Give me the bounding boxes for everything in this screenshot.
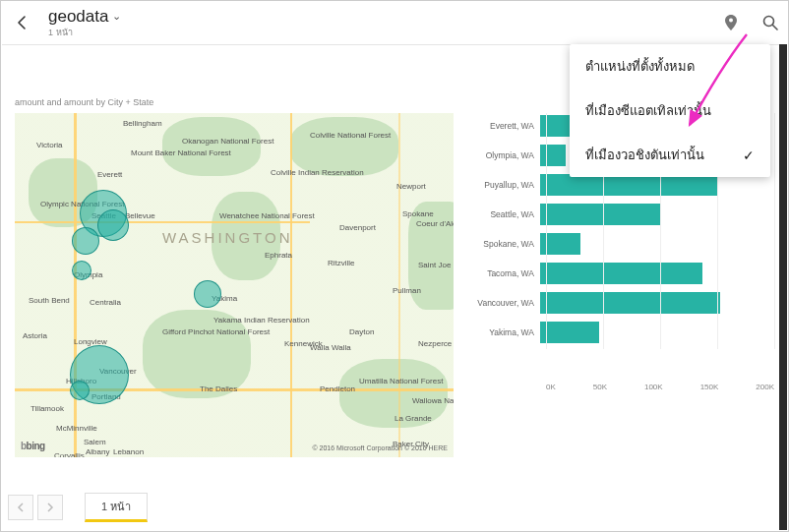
svg-line-2 xyxy=(773,26,778,30)
map-place-label: Davenport xyxy=(339,223,376,232)
map-place-label: Wallowa National Forest xyxy=(412,396,454,405)
map-place-label: Ritzville xyxy=(328,259,355,267)
prev-page-button[interactable] xyxy=(8,495,33,520)
location-filter-menu: ตำแหน่งที่ตั้งทั้งหมดที่เมืองซีแอตเทิลเท… xyxy=(570,44,770,177)
map-place-label: Okanogan National Forest xyxy=(182,137,273,146)
chart-gridline xyxy=(546,113,547,349)
map-copyright: © 2016 Microsoft Corporation © 2016 HERE xyxy=(312,444,448,451)
chart-x-axis: 0K50K100K150K200K xyxy=(546,383,774,391)
map-place-label: Yakama Indian Reservation xyxy=(213,316,310,325)
bar-label: Olympia, WA xyxy=(473,150,540,160)
bar-label: Vancouver, WA xyxy=(473,298,540,308)
map-visual-title: amount and amount by City + State xyxy=(15,97,153,107)
svg-point-0 xyxy=(729,19,733,23)
map-place-label: Dayton xyxy=(349,327,374,336)
map-place-label: Bellevue xyxy=(125,211,155,220)
map-place-label: Umatilla National Forest xyxy=(359,377,443,385)
map-place-label: La Grande xyxy=(394,414,432,423)
bar-row: Yakima, WA xyxy=(473,320,774,345)
map-place-label: Corvallis xyxy=(54,451,85,457)
location-menu-item[interactable]: ที่เมืองซีแอตเทิลเท่านั้น xyxy=(570,89,770,133)
bar-fill[interactable] xyxy=(540,174,717,196)
bar-row: Spokane, WA xyxy=(473,231,774,257)
bar-row: Vancouver, WA xyxy=(473,290,774,316)
map-place-label: The Dalles xyxy=(200,384,237,393)
map-bubble[interactable] xyxy=(70,381,90,400)
title-block: geodata ⌄ 1 หน้า xyxy=(48,7,121,39)
app-header: geodata ⌄ 1 หน้า xyxy=(1,1,788,44)
map-place-label: Astoria xyxy=(23,331,47,340)
report-title-text: geodata xyxy=(48,7,108,27)
bar-label: Seattle, WA xyxy=(473,209,540,219)
header-actions xyxy=(721,1,780,44)
bar-fill[interactable] xyxy=(540,204,660,225)
map-bubble[interactable] xyxy=(72,227,99,255)
map-brand: bbing xyxy=(21,441,45,451)
map-place-label: Albany xyxy=(86,447,109,456)
map-visual[interactable]: WASHINGTON BellinghamOkanogan National F… xyxy=(15,113,454,457)
bar-fill[interactable] xyxy=(540,263,702,284)
map-place-label: Centralia xyxy=(90,298,121,307)
bar-row: Seattle, WA xyxy=(473,202,774,227)
page-tab-label: 1 หน้า xyxy=(101,498,131,515)
map-place-label: Saint Joe National Forest xyxy=(418,261,454,269)
map-place-label: Pendleton xyxy=(320,384,355,393)
map-place-label: Pullman xyxy=(393,286,421,295)
map-place-label: Newport xyxy=(396,182,426,191)
bar-label: Yakima, WA xyxy=(473,327,540,337)
location-menu-item[interactable]: ตำแหน่งที่ตั้งทั้งหมด xyxy=(570,44,770,89)
menu-item-label: ที่เมืองซีแอตเทิลเท่านั้น xyxy=(585,100,711,121)
map-place-label: Colville National Forest xyxy=(310,131,391,140)
map-place-label: Nezperce National Forest xyxy=(418,339,454,348)
map-place-label: Ephrata xyxy=(265,251,292,260)
map-place-label: Wenatchee National Forest xyxy=(219,211,315,220)
map-place-label: Bellingham xyxy=(123,119,162,128)
search-icon[interactable] xyxy=(760,13,780,32)
bar-fill[interactable] xyxy=(540,322,599,343)
bar-fill[interactable] xyxy=(540,292,720,314)
chevron-down-icon: ⌄ xyxy=(112,10,121,23)
chart-gridline xyxy=(774,113,775,349)
map-canvas: WASHINGTON BellinghamOkanogan National F… xyxy=(15,113,454,457)
next-page-button[interactable] xyxy=(37,495,63,520)
bar-label: Tacoma, WA xyxy=(473,268,540,278)
bar-fill[interactable] xyxy=(540,115,572,137)
axis-tick: 0K xyxy=(546,383,556,391)
location-filter-icon[interactable] xyxy=(721,13,741,32)
state-label: WASHINGTON xyxy=(162,229,293,246)
bar-row: Tacoma, WA xyxy=(473,261,774,286)
location-menu-item[interactable]: ที่เมืองวอชิงตันเท่านั้น✓ xyxy=(570,133,770,177)
bar-label: Puyallup, WA xyxy=(473,180,540,190)
map-place-label: McMinnville xyxy=(56,424,97,433)
map-bubble[interactable] xyxy=(194,280,221,308)
menu-item-label: ที่เมืองวอชิงตันเท่านั้น xyxy=(585,145,704,165)
bar-label: Everett, WA xyxy=(473,121,540,131)
report-subtitle: 1 หน้า xyxy=(48,26,121,39)
map-place-label: South Bend xyxy=(29,296,70,305)
bar-label: Spokane, WA xyxy=(473,239,540,249)
map-bubble[interactable] xyxy=(72,261,91,280)
back-button[interactable] xyxy=(11,11,34,34)
map-place-label: Colville Indian Reservation xyxy=(271,168,364,177)
map-place-label: Gifford Pinchot National Forest xyxy=(162,327,270,336)
right-edge-strip xyxy=(779,44,787,530)
map-place-label: Victoria xyxy=(36,141,63,149)
map-place-label: Everett xyxy=(97,170,122,179)
axis-tick: 200K xyxy=(756,383,774,391)
map-place-label: Lebanon xyxy=(113,447,144,456)
map-place-label: Walla Walla xyxy=(310,343,351,352)
page-tab[interactable]: 1 หน้า xyxy=(85,493,148,522)
map-place-label: Tillamook xyxy=(30,404,64,413)
map-place-label: Mount Baker National Forest xyxy=(131,148,231,157)
page-navigator: 1 หน้า xyxy=(8,488,148,527)
report-title[interactable]: geodata ⌄ xyxy=(48,7,121,27)
bar-fill[interactable] xyxy=(540,145,566,166)
map-place-label: Spokane xyxy=(402,209,434,218)
check-icon: ✓ xyxy=(743,148,755,163)
map-place-label: Coeur d'Alene National Forest xyxy=(416,219,454,228)
axis-tick: 100K xyxy=(644,383,663,391)
map-bubble[interactable] xyxy=(97,209,129,241)
menu-item-label: ตำแหน่งที่ตั้งทั้งหมด xyxy=(585,56,695,77)
axis-tick: 150K xyxy=(700,383,719,391)
map-place-label: Salem xyxy=(84,438,106,446)
